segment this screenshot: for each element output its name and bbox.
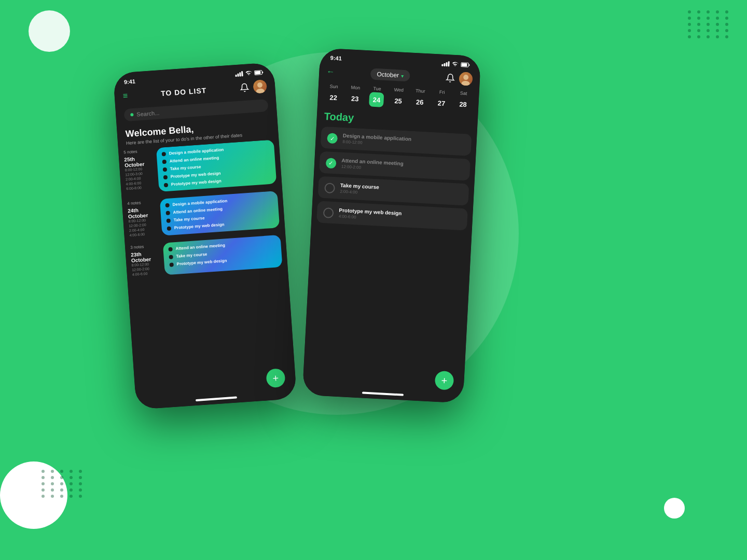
task-group-25-meta: 5 notes 25th October 8:00-12:00 12:00-3:… [123, 148, 155, 194]
dots-decoration-tr [688, 10, 731, 38]
day-col-wed[interactable]: Wed 25 [388, 87, 409, 108]
task-dot [165, 203, 170, 207]
signal-icon [235, 71, 243, 77]
phone1-time: 9:41 [123, 78, 135, 86]
month-selector[interactable]: October ▾ [370, 68, 410, 81]
svg-rect-7 [468, 64, 469, 66]
phone1-status-icons [235, 69, 264, 77]
battery-icon [461, 62, 470, 68]
check-icon: ✓ [328, 160, 334, 166]
task-dot [163, 175, 168, 179]
day-col-thur[interactable]: Thur 26 [409, 88, 431, 110]
task-dot [162, 159, 167, 164]
task-dot [167, 226, 172, 231]
task-list-item-4[interactable]: Prototype my web design 4:00-6:00 [316, 201, 468, 230]
task-group-23: 3 notes 23th October 8:00-12:00 12:00-2:… [130, 235, 283, 277]
search-icon [130, 113, 133, 116]
dots-decoration-bl [42, 470, 85, 498]
svg-rect-1 [255, 71, 260, 75]
day-col-sat[interactable]: Sat 28 [452, 90, 474, 112]
svg-point-4 [256, 88, 265, 93]
task-dot [164, 183, 169, 187]
task-info-4: Prototype my web design 4:00-6:00 [339, 207, 402, 222]
task-group-24: 4 notes 24th October 8:00-12:00 12:00-2:… [127, 191, 280, 238]
task-info-3: Take my course 2:00-4:00 [340, 183, 379, 196]
signal-icon [441, 61, 450, 67]
check-circle-2[interactable]: ✓ [326, 158, 337, 169]
bell-icon[interactable] [240, 82, 250, 92]
phone-1-screen: 9:41 [113, 62, 297, 410]
task-info-2: Attend an online meeting 12:00-2:00 [341, 158, 404, 172]
check-circle-4[interactable] [323, 207, 334, 218]
phone2-header-icons [445, 71, 473, 86]
task-info-1: Design a mobile application 8:00-12:00 [342, 133, 411, 148]
phone-2: 9:41 [302, 48, 481, 403]
phone1-title: TO DO LIST [161, 86, 207, 97]
task-card-24[interactable]: Design a mobile application Attend an on… [160, 191, 280, 236]
wifi-icon [245, 71, 253, 76]
svg-rect-6 [461, 63, 467, 67]
check-circle-3[interactable] [324, 183, 335, 193]
svg-point-9 [461, 81, 470, 86]
task-dot [168, 247, 173, 251]
task-count-23: 3 notes [130, 243, 159, 250]
svg-point-8 [463, 75, 469, 80]
avatar[interactable] [253, 79, 267, 94]
search-placeholder: Search... [136, 110, 160, 118]
month-label: October [377, 71, 399, 79]
day-labels: Sun 22 Mon 23 Tue 24 Wed 25 [323, 83, 474, 112]
phone-2-screen: 9:41 [302, 48, 481, 403]
task-list: ✓ Design a mobile application 8:00-12:00… [302, 126, 477, 403]
task-card-25[interactable]: Design a mobile application Attend an on… [156, 139, 276, 192]
chevron-down-icon: ▾ [401, 73, 404, 78]
wifi-icon [451, 62, 459, 67]
day-col-mon[interactable]: Mon 23 [344, 85, 366, 106]
day-col-sun[interactable]: Sun 22 [323, 83, 344, 105]
back-button[interactable]: ← [326, 67, 335, 77]
task-dot [165, 211, 170, 215]
task-list-item-3[interactable]: Take my course 2:00-4:00 [318, 176, 469, 206]
bg-circle-white-br [664, 498, 685, 519]
task-dot [169, 262, 174, 267]
svg-point-3 [257, 82, 263, 88]
day-col-fri[interactable]: Fri 27 [431, 89, 452, 111]
avatar[interactable] [459, 72, 473, 86]
phone-1: 9:41 [113, 62, 297, 410]
phones-wrapper: 9:41 [114, 41, 540, 508]
task-dot [166, 218, 171, 223]
task-dot [161, 151, 166, 156]
task-dot [169, 255, 173, 259]
bg-circle-white-tl [29, 10, 70, 52]
check-icon: ✓ [330, 135, 335, 142]
phone2-time: 9:41 [330, 54, 342, 61]
task-scroll: 5 notes 25th October 8:00-12:00 12:00-3:… [118, 139, 297, 410]
check-circle-1[interactable]: ✓ [327, 133, 338, 144]
task-card-23[interactable]: Attend an online meeting Take my course … [163, 235, 283, 275]
day-col-tue[interactable]: Tue 24 [366, 86, 388, 107]
task-count-24: 4 notes [127, 199, 156, 206]
task-list-item-2[interactable]: ✓ Attend an online meeting 12:00-2:00 [319, 151, 471, 181]
bell-icon[interactable] [446, 73, 455, 83]
phone2-status-icons [441, 61, 470, 68]
task-dot [163, 167, 168, 172]
hamburger-icon[interactable]: ≡ [122, 91, 128, 101]
task-group-24-meta: 4 notes 24th October 8:00-12:00 12:00-2:… [127, 199, 158, 238]
header-icons [239, 79, 267, 95]
task-group-23-meta: 3 notes 23th October 8:00-12:00 12:00-2:… [130, 243, 161, 277]
battery-icon [254, 69, 264, 75]
